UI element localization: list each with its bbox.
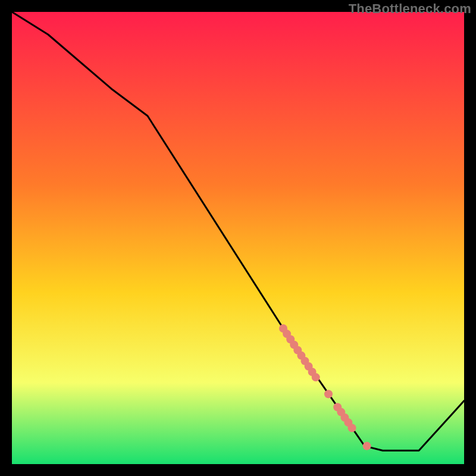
data-marker [324, 390, 333, 398]
data-marker [363, 442, 371, 450]
plot-area [12, 12, 464, 464]
data-marker [312, 373, 320, 381]
chart-svg [12, 12, 464, 464]
gradient-background [12, 12, 464, 464]
watermark-text: TheBottleneck.com [349, 1, 471, 17]
data-marker [348, 424, 356, 432]
chart-frame: TheBottleneck.com [0, 0, 476, 476]
